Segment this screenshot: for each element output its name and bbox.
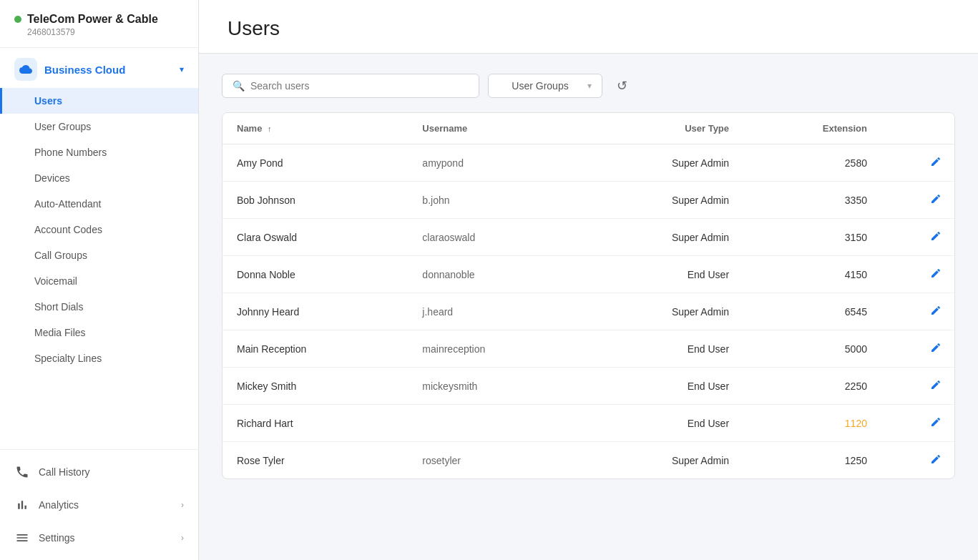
sidebar-item-auto-attendant[interactable]: Auto-Attendant <box>0 191 198 217</box>
table-row: Main Reception mainreception End User 50… <box>223 330 954 368</box>
chevron-down-icon: ▾ <box>180 64 184 74</box>
cell-name: Amy Pond <box>223 144 408 182</box>
cell-edit <box>881 182 954 219</box>
edit-icon[interactable] <box>930 270 942 281</box>
toolbar: 🔍 User Groups ▾ ↺ <box>222 74 955 98</box>
page-title: Users <box>228 17 949 40</box>
settings-label: Settings <box>39 532 75 544</box>
search-icon: 🔍 <box>233 80 245 92</box>
cell-username: claraoswald <box>408 219 581 256</box>
sidebar-item-analytics[interactable]: Analytics › <box>0 488 198 521</box>
sidebar: TeleCom Power & Cable 2468013579 Busines… <box>0 0 199 560</box>
sidebar-item-devices[interactable]: Devices <box>0 165 198 191</box>
chevron-right-icon: › <box>181 500 184 510</box>
cell-edit <box>881 405 954 442</box>
table-row: Donna Noble donnanoble End User 4150 <box>223 256 954 293</box>
edit-icon[interactable] <box>930 418 942 430</box>
refresh-button[interactable]: ↺ <box>611 74 633 98</box>
cell-user-type: Super Admin <box>581 144 743 182</box>
sidebar-item-users[interactable]: Users <box>0 88 198 114</box>
cell-user-type: Super Admin <box>581 219 743 256</box>
analytics-icon <box>14 497 30 513</box>
cell-username: b.john <box>408 182 581 219</box>
cell-edit <box>881 256 954 293</box>
edit-icon[interactable] <box>930 344 942 355</box>
col-name-label: Name <box>237 123 262 134</box>
table-row: Johnny Heard j.heard Super Admin 6545 <box>223 293 954 330</box>
dropdown-label: User Groups <box>499 80 582 92</box>
cell-user-type: End User <box>581 405 743 442</box>
edit-icon[interactable] <box>930 158 942 170</box>
cell-user-type: End User <box>581 368 743 405</box>
company-id: 2468013579 <box>14 27 184 37</box>
status-dot <box>14 16 21 23</box>
cell-edit <box>881 219 954 256</box>
user-groups-dropdown[interactable]: User Groups ▾ <box>488 74 602 98</box>
main-content: Users 🔍 User Groups ▾ ↺ Name ↑ <box>199 0 978 560</box>
edit-icon[interactable] <box>930 195 942 207</box>
sidebar-item-specialty-lines[interactable]: Specialty Lines <box>0 345 198 371</box>
cell-extension: 3350 <box>743 182 881 219</box>
cell-extension: 4150 <box>743 256 881 293</box>
cell-extension: 2250 <box>743 368 881 405</box>
main-header: Users <box>199 0 978 54</box>
search-input[interactable] <box>250 80 469 92</box>
edit-icon[interactable] <box>930 381 942 393</box>
cell-user-type: End User <box>581 330 743 368</box>
business-cloud-icon <box>14 58 37 81</box>
cell-user-type: Super Admin <box>581 442 743 479</box>
table-row: Mickey Smith mickeysmith End User 2250 <box>223 368 954 405</box>
col-user-type: User Type <box>581 113 743 144</box>
cell-username: j.heard <box>408 293 581 330</box>
sidebar-item-voicemail[interactable]: Voicemail <box>0 268 198 294</box>
sidebar-item-phone-numbers[interactable]: Phone Numbers <box>0 139 198 165</box>
col-name[interactable]: Name ↑ <box>223 113 408 144</box>
sidebar-item-short-dials[interactable]: Short Dials <box>0 294 198 320</box>
cell-name: Bob Johnson <box>223 182 408 219</box>
cell-name: Rose Tyler <box>223 442 408 479</box>
sidebar-item-call-history[interactable]: Call History <box>0 456 198 488</box>
cell-user-type: Super Admin <box>581 182 743 219</box>
table-row: Bob Johnson b.john Super Admin 3350 <box>223 182 954 219</box>
business-cloud-item[interactable]: Business Cloud ▾ <box>0 48 198 85</box>
col-actions <box>881 113 954 144</box>
analytics-label: Analytics <box>39 499 79 511</box>
cell-extension: 1250 <box>743 442 881 479</box>
sidebar-item-settings[interactable]: Settings › <box>0 521 198 554</box>
edit-icon[interactable] <box>930 232 942 244</box>
cell-name: Richard Hart <box>223 405 408 442</box>
table-header: Name ↑ Username User Type Extension <box>223 113 954 144</box>
company-name-row: TeleCom Power & Cable <box>14 13 184 26</box>
cell-edit <box>881 442 954 479</box>
cell-edit <box>881 368 954 405</box>
company-name: TeleCom Power & Cable <box>27 13 158 26</box>
sidebar-item-media-files[interactable]: Media Files <box>0 320 198 345</box>
cell-extension: 6545 <box>743 293 881 330</box>
cell-edit <box>881 330 954 368</box>
cell-name: Donna Noble <box>223 256 408 293</box>
chevron-right-icon-settings: › <box>181 533 184 543</box>
nav-items: Users User Groups Phone Numbers Devices … <box>0 85 198 374</box>
edit-icon[interactable] <box>930 307 942 318</box>
sidebar-header: TeleCom Power & Cable 2468013579 <box>0 0 198 48</box>
table-row: Amy Pond amypond Super Admin 2580 <box>223 144 954 182</box>
main-body: 🔍 User Groups ▾ ↺ Name ↑ Username <box>199 54 978 560</box>
col-username: Username <box>408 113 581 144</box>
users-table: Name ↑ Username User Type Extension Amy … <box>223 113 954 478</box>
cell-username: amypond <box>408 144 581 182</box>
cell-name: Mickey Smith <box>223 368 408 405</box>
cell-edit <box>881 144 954 182</box>
dropdown-arrow-icon: ▾ <box>587 81 592 91</box>
search-box[interactable]: 🔍 <box>222 74 479 98</box>
sort-arrow-icon: ↑ <box>268 124 272 133</box>
sidebar-item-user-groups[interactable]: User Groups <box>0 114 198 139</box>
cell-name: Clara Oswald <box>223 219 408 256</box>
edit-icon[interactable] <box>930 456 942 467</box>
cell-user-type: Super Admin <box>581 293 743 330</box>
settings-icon <box>14 530 30 546</box>
cell-edit <box>881 293 954 330</box>
call-history-label: Call History <box>39 466 90 478</box>
sidebar-item-account-codes[interactable]: Account Codes <box>0 217 198 242</box>
business-cloud-label: Business Cloud <box>44 64 172 76</box>
sidebar-item-call-groups[interactable]: Call Groups <box>0 242 198 268</box>
